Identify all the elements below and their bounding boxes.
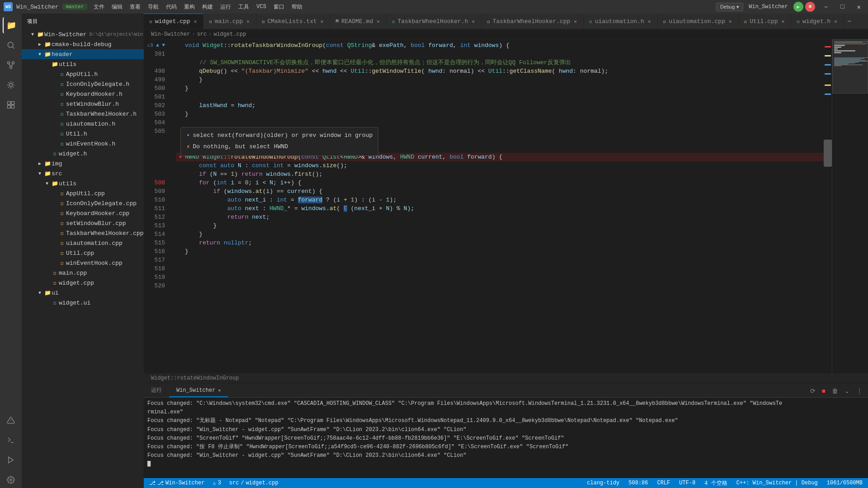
tree-item-apputil-h[interactable]: ◽ AppUtil.h [22,69,144,79]
menu-nav[interactable]: 导航 [145,2,161,12]
tab-readme[interactable]: M README.md ✕ [330,14,386,29]
tab-close-button[interactable]: ✕ [573,18,578,25]
breadcrumb-status[interactable]: src / widget.cpp [227,480,280,486]
tree-item-utils-h[interactable]: 📁 utils [22,59,144,69]
line-ending[interactable]: CRLF [656,480,672,486]
terminal-prompt[interactable]: █ [147,460,864,469]
debug-config-button[interactable]: Debug ▾ [716,3,743,11]
activity-run[interactable] [3,452,19,468]
menu-window[interactable]: 窗口 [271,2,287,12]
activity-settings[interactable] [3,472,19,488]
minimap[interactable] [832,39,868,373]
warning-status[interactable]: ⚠ 3 [211,480,222,487]
tab-uiautomation-h[interactable]: ◽ uiautomation.h ✕ [584,14,657,29]
tree-item-icononly-cpp[interactable]: ◽ IconOnlyDelegate.cpp [22,198,144,208]
tree-item-win-switcher[interactable]: ▼ 📁 Win-Switcher D:\Qt\projects\Win-Swit… [22,29,144,39]
clear-button[interactable]: 🗑 [830,386,840,395]
menu-run[interactable]: 运行 [217,2,234,12]
menu-edit[interactable]: 编辑 [109,2,125,12]
tab-uiautomation-cpp[interactable]: ◽ uiautomation.cpp ✕ [658,14,739,29]
tree-item-main-cpp[interactable]: ◽ main.cpp [22,268,144,278]
tab-close-button[interactable]: ✕ [245,18,250,25]
more-actions-button[interactable]: ⋮ [854,386,864,395]
tab-overflow-button[interactable]: ⋯ [844,14,855,29]
minimize-button[interactable]: – [821,0,831,14]
maximize-button[interactable]: □ [837,0,848,14]
breadcrumb-item-file[interactable]: widget.cpp [213,31,246,38]
scroll-lock-button[interactable]: ⌄ [843,386,852,395]
activity-plugins[interactable] [3,97,19,113]
tree-item-header[interactable]: ▼ 📁 header [22,49,144,59]
activity-terminal[interactable] [3,432,19,448]
tree-item-util-cpp[interactable]: ◽ Util.cpp [22,248,144,258]
tree-item-keyboard-cpp[interactable]: ◽ KeyboardHooker.cpp [22,208,144,218]
panel-tab-win-switcher[interactable]: Win_Switcher ✕ [169,384,228,397]
tab-tbwheelhooker-h[interactable]: ◽ TaskbarWheelHooker.h ✕ [387,14,481,29]
tab-close-button[interactable]: ✕ [647,18,652,25]
tree-item-tbwheel-h[interactable]: ◽ TaskbarWheelHooker.h [22,109,144,119]
tab-close-button[interactable]: ✕ [193,18,198,25]
tab-close-button[interactable]: ✕ [320,18,325,25]
code-area[interactable]: ⚠3 ▲ ▼ 381 498 499 500 501 502 503 504 5… [144,39,832,373]
tree-item-tbwheel-cpp[interactable]: ◽ TaskbarWheelHooker.cpp [22,228,144,238]
memory-usage[interactable]: 1061/6500MB [825,480,864,486]
tree-item-widget-cpp[interactable]: ◽ widget.cpp [22,278,144,288]
tree-item-keyboard-h[interactable]: ◽ KeyboardHooker.h [22,89,144,99]
activity-search[interactable] [3,37,19,53]
branch-badge[interactable]: master [62,4,88,10]
language[interactable]: C++: Win_Switcher | Debug [735,480,820,486]
tab-widget-cpp[interactable]: ◽ widget.cpp ✕ [144,14,203,29]
tree-item-icononly-h[interactable]: ◽ IconOnlyDelegate.h [22,79,144,89]
menu-view[interactable]: 查看 [127,2,143,12]
menu-code[interactable]: 代码 [163,2,179,12]
tree-item-widget-ui[interactable]: ◽ widget.ui [22,298,144,308]
tree-item-src[interactable]: ▼ 📁 src [22,169,144,178]
stop-button[interactable]: ■ [820,386,827,395]
tree-item-uiauto-cpp[interactable]: ◽ uiautomation.cpp [22,238,144,248]
linting-status[interactable]: clang-tidy [585,480,621,486]
tree-item-apputil-cpp[interactable]: ◽ AppUtil.cpp [22,188,144,198]
breadcrumb-item-src[interactable]: src [197,31,207,38]
vcs-status[interactable]: ⎇ ⎇ Win-Switcher [147,480,206,487]
activity-warnings[interactable] [3,412,19,428]
run-icon[interactable]: ▶ [793,2,803,12]
menu-refactor[interactable]: 重构 [181,2,198,12]
tab-widget-h[interactable]: ◽ widget.h ✕ [791,14,844,29]
stop-icon[interactable]: ■ [805,2,815,12]
tab-util-cpp[interactable]: ◽ Util.cpp ✕ [739,14,792,29]
close-button[interactable]: ✕ [854,0,864,14]
scrollbar-gutter[interactable] [824,39,832,373]
indent[interactable]: 4 个空格 [703,479,729,487]
tree-item-ui[interactable]: ▼ 📁 ui [22,288,144,298]
panel-tab-close-button[interactable]: ✕ [218,388,221,393]
tab-tbwheelhooker-cpp[interactable]: ◽ TaskbarWheelHooker.cpp ✕ [481,14,584,29]
vertical-scrollbar-thumb[interactable] [824,140,832,167]
panel-tab-run[interactable]: 运行 [144,384,169,397]
tree-item-cmake[interactable]: ▶ 📁 cmake-build-debug [22,39,144,49]
tree-item-img[interactable]: ▶ 📁 img [22,159,144,169]
menu-tools[interactable]: 工具 [236,2,252,12]
tab-close-button[interactable]: ✕ [728,18,733,25]
tab-cmakelists[interactable]: ◽ CMakeLists.txt ✕ [256,14,330,29]
activity-debug[interactable] [3,77,19,93]
tree-item-util-h[interactable]: ◽ Util.h [22,129,144,139]
tree-item-winevent-cpp[interactable]: ◽ winEventHook.cpp [22,258,144,268]
tree-item-setwnd-h[interactable]: ◽ setWindowBlur.h [22,99,144,109]
tab-close-button[interactable]: ✕ [376,18,381,25]
cursor-position[interactable]: 508:86 [627,480,650,486]
tree-item-widget-h[interactable]: ◽ widget.h [22,149,144,159]
tab-close-button[interactable]: ✕ [833,18,838,25]
menu-vcs[interactable]: VCS [254,3,269,11]
tree-item-winevent-h[interactable]: ◽ winEventHook.h [22,139,144,149]
menu-help[interactable]: 帮助 [289,2,305,12]
activity-explorer[interactable]: 📁 [3,17,19,33]
menu-build[interactable]: 构建 [199,2,216,12]
minimap-viewport[interactable] [832,39,868,94]
encoding[interactable]: UTF-8 [677,480,697,486]
breadcrumb-item-root[interactable]: Win-Switcher [151,31,190,38]
restart-button[interactable]: ⟳ [808,386,817,395]
terminal-output[interactable]: Focus changed: "C:\Windows\system32\cmd.… [144,398,868,478]
menu-file[interactable]: 文件 [91,2,107,12]
tab-close-button[interactable]: ✕ [471,18,476,25]
tree-item-setwnd-cpp[interactable]: ◽ setWindowBlur.cpp [22,218,144,228]
